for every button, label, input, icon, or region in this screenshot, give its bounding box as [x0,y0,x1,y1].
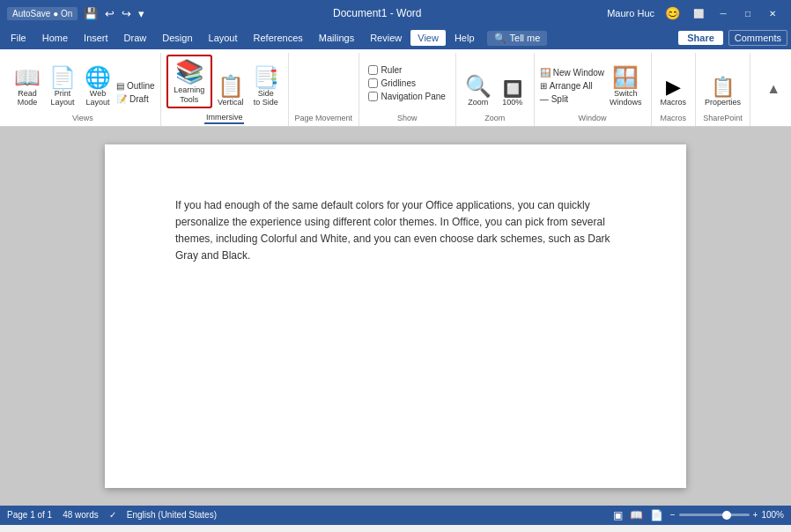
menu-references[interactable]: References [247,30,310,46]
redo-button[interactable]: ↪ [119,6,134,21]
document-body-text: If you had enough of the same default co… [175,197,616,265]
learning-tools-button[interactable]: 📚 LearningTools [166,55,212,108]
side-to-side-label: Sideto Side [254,89,278,107]
zoom-slider[interactable]: − + 100% [670,510,784,520]
language-indicator[interactable]: English (United States) [127,510,217,520]
ribbon-group-sharepoint: 📋 Properties SharePoint [696,53,750,126]
page-info[interactable]: Page 1 of 1 [7,510,52,520]
zoom-group-label: Zoom [484,112,505,124]
menu-view[interactable]: View [410,30,446,46]
menu-bar: File Home Insert Draw Design Layout Refe… [0,26,791,49]
side-to-side-button[interactable]: 📑 Sideto Side [249,65,283,108]
document-title: Document1 - Word [333,7,421,19]
ribbon-group-macros: ▶ Macros Macros [652,53,697,126]
proofing-icon[interactable]: ✓ [109,510,116,520]
ruler-checkbox[interactable]: Ruler [368,64,402,76]
outline-icon: ▤ [116,81,124,91]
customize-button[interactable]: ▾ [136,6,147,21]
views-group-label: Views [72,112,93,124]
gridlines-checkbox-input[interactable] [368,78,378,88]
minimize-button[interactable]: ─ [712,5,735,21]
outline-button[interactable]: ▤ Outline [116,80,155,92]
print-layout-button[interactable]: 📄 PrintLayout [46,65,79,108]
immersive-group-label: Immersive [204,112,245,124]
gridlines-label: Gridlines [381,78,415,88]
zoom-percent-icon: 🔲 [503,81,522,97]
ribbon-scroll-arrow[interactable]: ▲ [765,81,782,97]
ribbon-display-icon[interactable]: ⬜ [687,5,710,21]
menu-file[interactable]: File [4,30,33,46]
window-small-buttons: 🪟 New Window ⊞ Arrange All — Split [540,67,604,108]
macros-label: Macros [661,98,687,107]
immersive-buttons: 📚 LearningTools 📋 Vertical 📑 Sideto Side [166,55,283,112]
autosave-indicator[interactable]: AutoSave ● On [7,7,78,20]
comments-button[interactable]: Comments [728,30,787,46]
macros-group-label: Macros [661,112,687,124]
outline-label: Outline [127,81,155,91]
zoom-button[interactable]: 🔍 Zoom [462,74,495,108]
undo-button[interactable]: ↩ [102,6,117,21]
split-button[interactable]: — Split [540,93,604,105]
zoom-track[interactable] [679,514,750,516]
ribbon-group-zoom: 🔍 Zoom 🔲 100% Zoom [456,53,535,126]
save-button[interactable]: 💾 [81,6,100,21]
focus-mode-icon[interactable]: ▣ [613,509,623,521]
split-icon: — [540,94,549,104]
print-layout-label: PrintLayout [50,89,74,107]
menu-mailings[interactable]: Mailings [312,30,361,46]
share-button[interactable]: Share [678,31,723,45]
window-buttons: 🪟 New Window ⊞ Arrange All — Split 🪟 Swi… [540,55,646,112]
feedback-icon[interactable]: 😊 [665,6,680,20]
document-page[interactable]: If you had enough of the same default co… [105,144,686,488]
switch-windows-label: SwitchWindows [610,89,642,107]
menu-insert[interactable]: Insert [77,30,115,46]
navigation-pane-checkbox-input[interactable] [368,92,378,101]
tell-me-search[interactable]: 🔍 Tell me [487,31,548,46]
search-icon: 🔍 [494,33,506,44]
gridlines-checkbox[interactable]: Gridlines [368,78,415,89]
learning-tools-label: LearningTools [174,85,204,105]
zoom-percent-status[interactable]: 100% [761,510,784,520]
new-window-button[interactable]: 🪟 New Window [540,67,604,78]
navigation-pane-label: Navigation Pane [381,92,445,101]
zoom-thumb[interactable] [722,511,731,520]
macros-button[interactable]: ▶ Macros [657,76,691,108]
side-to-side-icon: 📑 [253,67,279,88]
word-count[interactable]: 48 words [63,510,99,520]
close-button[interactable]: ✕ [761,5,784,21]
vertical-button[interactable]: 📋 Vertical [214,74,248,108]
zoom-percent-button[interactable]: 🔲 100% [497,79,529,108]
ribbon-group-page-movement: Page Movement [289,53,359,126]
window-group-label: Window [579,112,607,124]
read-mode-button[interactable]: 📖 ReadMode [11,65,44,108]
menu-home[interactable]: Home [35,30,75,46]
zoom-buttons: 🔍 Zoom 🔲 100% [462,55,529,112]
title-bar-left: AutoSave ● On 💾 ↩ ↪ ▾ [7,6,147,21]
layout-mode-icon[interactable]: 📄 [650,509,663,521]
menu-layout[interactable]: Layout [202,30,245,46]
ribbon-scroll[interactable]: ▲ [761,53,786,126]
switch-windows-button[interactable]: 🪟 SwitchWindows [606,65,646,108]
vertical-label: Vertical [218,98,244,107]
menu-help[interactable]: Help [447,30,482,46]
draft-button[interactable]: 📝 Draft [116,93,155,105]
switch-windows-icon: 🪟 [612,67,639,88]
menu-review[interactable]: Review [363,30,409,46]
navigation-pane-checkbox[interactable]: Navigation Pane [368,91,445,102]
ribbon-content: 📖 ReadMode 📄 PrintLayout 🌐 WebLayout ▤ O… [0,49,791,126]
properties-button[interactable]: 📋 Properties [701,76,744,108]
arrange-all-button[interactable]: ⊞ Arrange All [540,80,604,92]
sharepoint-buttons: 📋 Properties [701,55,744,112]
menu-design[interactable]: Design [155,30,199,46]
web-layout-icon: 🌐 [85,67,111,88]
ruler-checkbox-input[interactable] [368,65,378,75]
arrange-all-label: Arrange All [550,81,593,91]
sharepoint-group-label: SharePoint [703,112,743,124]
web-layout-button[interactable]: 🌐 WebLayout [81,65,115,108]
zoom-plus-button[interactable]: + [753,510,758,520]
maximize-button[interactable]: □ [736,5,759,21]
zoom-minus-button[interactable]: − [670,510,676,520]
read-mode-status-icon[interactable]: 📖 [630,509,643,521]
zoom-percent-label: 100% [502,98,522,107]
menu-draw[interactable]: Draw [117,30,154,46]
